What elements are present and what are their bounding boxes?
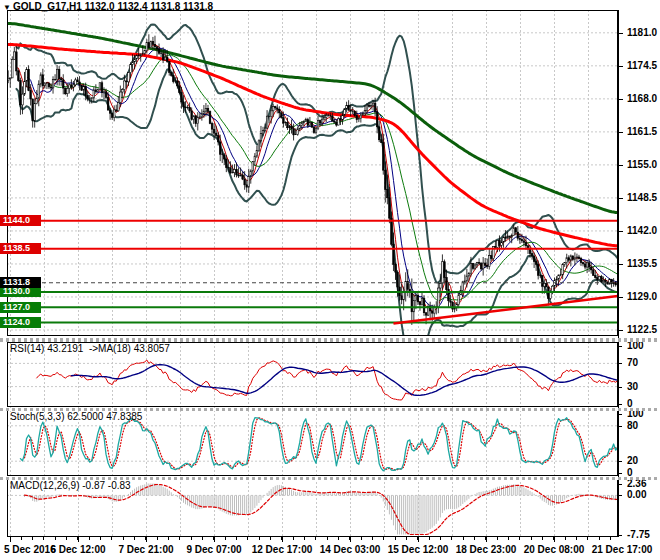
price-axis-label: 1148.5 bbox=[627, 192, 657, 203]
level-price-badge: 1124.0 bbox=[0, 317, 41, 328]
price-axis-label: 1168.0 bbox=[627, 93, 657, 104]
time-axis-label: 12 Dec 17:00 bbox=[252, 544, 313, 555]
panel-splitter[interactable] bbox=[0, 338, 660, 342]
time-axis-label: 14 Dec 03:00 bbox=[320, 544, 381, 555]
price-axis-label: 1161.5 bbox=[627, 126, 657, 137]
time-axis-label: 18 Dec 23:00 bbox=[456, 544, 517, 555]
stoch-indicator-label: Stoch(5,3,3) 62.5000 47.8385 bbox=[10, 411, 142, 422]
time-axis-label: 9 Dec 07:00 bbox=[186, 544, 241, 555]
macd-axis-label: 0.00 bbox=[627, 489, 646, 500]
level-price-badge: 1138.5 bbox=[0, 243, 41, 254]
price-axis-label: 1181.0 bbox=[627, 27, 657, 38]
price-axis-label: 1129.0 bbox=[627, 291, 657, 302]
chart-canvas[interactable] bbox=[0, 0, 660, 560]
stoch-axis-label: 20 bbox=[627, 455, 638, 466]
price-axis-label: 1142.0 bbox=[627, 225, 657, 236]
rsi-indicator-label: RSI(14) 43.2191 ->MA(18) 43.8057 bbox=[10, 343, 170, 354]
stoch-axis-label: 80 bbox=[627, 420, 638, 431]
macd-indicator-label: MACD(12,26,9) -0.87 -0.83 bbox=[10, 480, 131, 491]
level-price-badge: 1144.0 bbox=[0, 215, 41, 226]
time-axis-label: 5 Dec 2016 bbox=[4, 544, 56, 555]
chart-header: ▼GOLD_G17,H1 1132.0 1132.4 1131.8 1131.8 bbox=[3, 1, 213, 12]
chart-menu-icon[interactable]: ▼ bbox=[3, 3, 11, 12]
time-axis-label: 15 Dec 12:00 bbox=[388, 544, 449, 555]
time-axis-label: 7 Dec 21:00 bbox=[118, 544, 173, 555]
time-axis-label: 6 Dec 12:00 bbox=[50, 544, 105, 555]
rsi-axis-label: 70 bbox=[627, 357, 638, 368]
level-price-badge: 1127.0 bbox=[0, 302, 41, 313]
price-axis-label: 1122.5 bbox=[627, 324, 657, 335]
rsi-axis-label: 30 bbox=[627, 381, 638, 392]
time-axis-label: 20 Dec 08:00 bbox=[524, 544, 585, 555]
symbol-timeframe: GOLD_G17,H1 bbox=[13, 1, 82, 12]
price-axis-label: 1155.0 bbox=[627, 159, 657, 170]
time-axis-label: 21 Dec 17:00 bbox=[592, 544, 653, 555]
price-axis-label: 1135.5 bbox=[627, 258, 657, 269]
price-axis-label: 1174.5 bbox=[627, 60, 657, 71]
ohlc-numbers: 1132.0 1132.4 1131.8 1131.8 bbox=[85, 1, 213, 12]
chart-window: ▼GOLD_G17,H1 1132.0 1132.4 1131.8 1131.8… bbox=[0, 0, 660, 560]
current-price-badge: 1131.8 bbox=[0, 277, 41, 288]
macd-axis-label: -7.75 bbox=[627, 529, 650, 540]
